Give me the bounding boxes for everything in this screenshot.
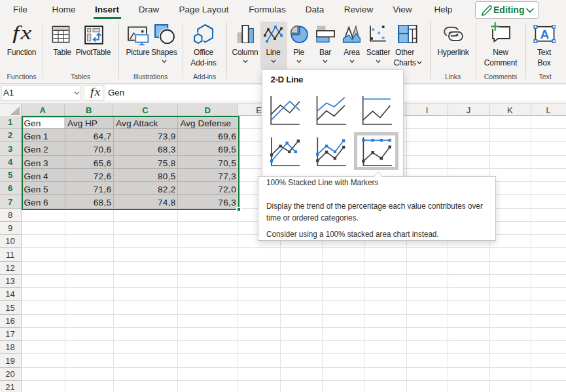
svg-text:A: A — [540, 27, 549, 41]
